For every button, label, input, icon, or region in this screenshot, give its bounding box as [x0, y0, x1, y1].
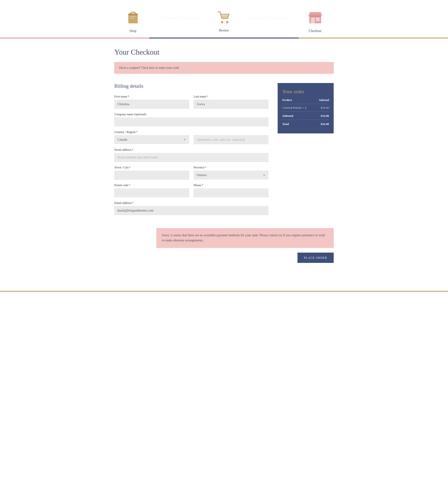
street-input[interactable]: [114, 153, 268, 162]
subtotal-col-header: Subtotal: [315, 99, 329, 104]
svg-rect-4: [130, 18, 134, 19]
country-group: Country / Region* Canada United States U…: [114, 130, 189, 144]
postal-group: Postal code*: [114, 183, 189, 197]
required-star-4: *: [132, 148, 134, 151]
checkout-progress: Shop · · · · · · · · · · · · · · · · · ·…: [0, 0, 448, 38]
required-star-2: *: [207, 95, 208, 98]
phone-group: Phone*: [194, 183, 268, 197]
svg-rect-9: [311, 17, 315, 23]
step-checkout[interactable]: Checkout: [301, 9, 329, 33]
province-label: Province*: [194, 166, 268, 169]
last-name-label: Last name*: [194, 95, 268, 99]
province-select[interactable]: Ontario British Columbia Alberta Quebec: [194, 171, 268, 179]
svg-rect-7: [221, 15, 228, 19]
order-summary: Your order Product Subtotal Colored Penc…: [278, 83, 334, 134]
dots-2: · · · · · · · · · · · · · · · · · ·: [238, 17, 301, 25]
province-select-wrapper: Ontario British Columbia Alberta Quebec …: [194, 171, 268, 179]
phone-label: Phone*: [194, 183, 268, 187]
required-star-7: *: [129, 183, 130, 187]
steps-row: Shop · · · · · · · · · · · · · · · · · ·…: [119, 9, 329, 33]
progress-line: [0, 38, 448, 38]
subtotal-row: Subtotal $16.00: [282, 112, 329, 120]
billing-title: Billing details: [114, 83, 268, 89]
postal-phone-row: Postal code* Phone*: [114, 183, 268, 197]
required-star-5: *: [129, 166, 131, 169]
cart-icon: [217, 10, 231, 26]
main-content: Your Checkout Have a coupon? Click here …: [110, 38, 338, 277]
step-review-label: Review: [219, 29, 229, 32]
product-price: $16.00: [315, 104, 329, 112]
city-label: Town / City*: [114, 166, 189, 169]
order-title: Your order: [282, 89, 329, 95]
country-label: Country / Region*: [114, 130, 189, 134]
product-col-header: Product: [282, 99, 315, 104]
province-group: Province* Ontario British Columbia Alber…: [194, 166, 268, 180]
place-order-row: PLACE ORDER: [114, 253, 334, 263]
phone-input[interactable]: [194, 189, 268, 197]
page-title: Your Checkout: [114, 48, 334, 56]
company-row: Company name (optional): [114, 113, 268, 127]
svg-rect-11: [309, 15, 321, 17]
country-select[interactable]: Canada United States United Kingdom: [114, 135, 189, 144]
apt-group: [194, 130, 268, 144]
order-table: Product Subtotal Colored Pencils × 2 $16…: [282, 99, 329, 128]
subtotal-label: Subtotal: [282, 112, 315, 120]
email-row: Email address*: [114, 201, 268, 215]
apt-input[interactable]: [194, 135, 268, 144]
street-label: Street address*: [114, 148, 268, 152]
last-name-group: Last name*: [194, 95, 268, 109]
required-star-8: *: [202, 183, 203, 187]
step-shop[interactable]: Shop: [119, 9, 147, 33]
place-order-button[interactable]: PLACE ORDER: [298, 253, 334, 263]
postal-input[interactable]: [114, 189, 189, 197]
first-name-group: First name*: [114, 95, 189, 109]
total-value: $16.00: [315, 120, 329, 128]
company-input[interactable]: [114, 118, 268, 127]
city-input[interactable]: [114, 171, 189, 180]
coupon-banner[interactable]: Have a coupon? Click here to enter your …: [114, 62, 334, 74]
svg-point-5: [221, 21, 223, 23]
first-name-input[interactable]: [114, 100, 189, 109]
step-review[interactable]: Review: [210, 10, 238, 32]
svg-rect-2: [128, 14, 138, 15]
svg-rect-10: [316, 17, 320, 21]
progress-blue: [149, 38, 299, 38]
first-name-label: First name*: [114, 95, 189, 99]
step-shop-label: Shop: [130, 29, 136, 33]
required-star: *: [128, 95, 129, 98]
last-name-input[interactable]: [194, 100, 268, 109]
required-star-9: *: [132, 201, 134, 205]
name-row: First name* Last name*: [114, 95, 268, 109]
email-group: Email address*: [114, 201, 268, 215]
total-label: Total: [282, 120, 315, 128]
city-province-row: Town / City* Province* Ontario British C…: [114, 166, 268, 180]
country-select-wrapper: Canada United States United Kingdom ▼: [114, 135, 189, 144]
billing-section: Billing details First name* Last name*: [114, 83, 268, 219]
apt-label: [194, 130, 268, 134]
required-star-3: *: [136, 130, 137, 134]
progress-pink: [0, 38, 149, 38]
product-name: Colored Pencils × 2: [282, 104, 315, 112]
street-row: Street address*: [114, 148, 268, 162]
email-label: Email address*: [114, 201, 268, 205]
step-checkout-label: Checkout: [309, 29, 321, 33]
svg-rect-3: [130, 16, 136, 17]
required-star-6: *: [205, 166, 206, 169]
bottom-gold-line: [0, 291, 448, 292]
company-label: Company name (optional): [114, 113, 268, 116]
svg-point-6: [226, 21, 228, 23]
checkout-layout: Billing details First name* Last name*: [114, 83, 334, 219]
shop-icon: [126, 9, 140, 26]
street-group: Street address*: [114, 148, 268, 162]
product-row: Colored Pencils × 2 $16.00: [282, 104, 329, 112]
city-group: Town / City*: [114, 166, 189, 180]
payment-notice: Sorry, it seems that there are no availa…: [156, 228, 334, 248]
dots-1: · · · · · · · · · · · · · · · · · ·: [147, 17, 210, 25]
store-icon: [307, 9, 323, 26]
progress-gold: [299, 38, 448, 38]
country-apt-row: Country / Region* Canada United States U…: [114, 130, 268, 144]
postal-label: Postal code*: [114, 183, 189, 187]
company-group: Company name (optional): [114, 113, 268, 127]
email-input[interactable]: [114, 206, 268, 215]
subtotal-value: $16.00: [315, 112, 329, 120]
